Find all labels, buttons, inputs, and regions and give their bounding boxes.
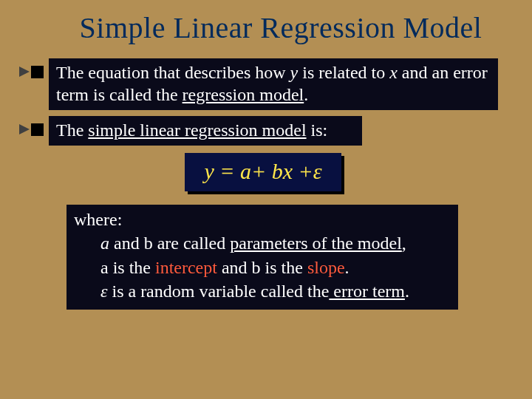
eq-plus-b: + b bbox=[251, 159, 283, 183]
text: , bbox=[402, 233, 406, 253]
eq-plus: + bbox=[293, 159, 313, 183]
text-underline: error term bbox=[329, 282, 405, 301]
var-a: a bbox=[100, 233, 109, 253]
eq-x: x bbox=[283, 159, 293, 183]
arrow-icon bbox=[19, 124, 30, 134]
eq-equals: = bbox=[214, 159, 240, 183]
eq-y: y bbox=[204, 159, 214, 183]
text: is related to bbox=[298, 63, 389, 82]
text: a is the bbox=[100, 258, 155, 277]
text: The equation that describes how bbox=[56, 63, 290, 82]
bullet-item-2: The simple linear regression model is: bbox=[18, 116, 511, 146]
equation-container: y = a+ bx +ε bbox=[0, 156, 532, 194]
text: and b are called bbox=[109, 233, 230, 253]
bullet-text-2: The simple linear regression model is: bbox=[49, 116, 362, 146]
where-line-3: ε is a random variable called the error … bbox=[74, 279, 449, 303]
where-line-1: a and b are called parameters of the mod… bbox=[74, 231, 449, 255]
eq-epsilon: ε bbox=[313, 159, 322, 183]
bullet-text-1: The equation that describes how y is rel… bbox=[49, 58, 498, 110]
where-label: where: bbox=[74, 210, 122, 229]
where-box: where: a and b are called parameters of … bbox=[66, 205, 458, 310]
square-bullet-icon bbox=[31, 66, 44, 78]
highlight-intercept: intercept bbox=[155, 258, 217, 277]
eq-a: a bbox=[240, 159, 251, 183]
square-bullet-icon bbox=[31, 123, 44, 136]
equation-box: y = a+ bx +ε bbox=[185, 153, 341, 191]
arrow-icon bbox=[19, 66, 30, 77]
equation-shadow: y = a+ bx +ε bbox=[188, 156, 344, 194]
text: and b is the bbox=[217, 258, 307, 277]
text: . bbox=[304, 85, 308, 104]
highlight-slope: slope bbox=[307, 258, 345, 277]
var-x: x bbox=[389, 63, 398, 82]
slide-title: Simple Linear Regression Model bbox=[0, 0, 532, 58]
bullet-item-1: The equation that describes how y is rel… bbox=[18, 58, 511, 110]
slide: Simple Linear Regression Model The equat… bbox=[0, 0, 532, 399]
text-underline: parameters of the model bbox=[230, 233, 402, 253]
text-underline: simple linear regression model bbox=[88, 120, 306, 140]
where-line-2: a is the intercept and b is the slope. bbox=[74, 256, 449, 279]
text: The bbox=[56, 120, 88, 140]
text: is: bbox=[307, 120, 328, 140]
text-underline: regression model bbox=[183, 85, 304, 104]
var-y: y bbox=[290, 63, 299, 82]
text: . bbox=[405, 282, 409, 301]
text: is a random variable called the bbox=[107, 282, 329, 301]
bullet-list: The equation that describes how y is rel… bbox=[0, 58, 532, 146]
text: . bbox=[345, 258, 349, 277]
